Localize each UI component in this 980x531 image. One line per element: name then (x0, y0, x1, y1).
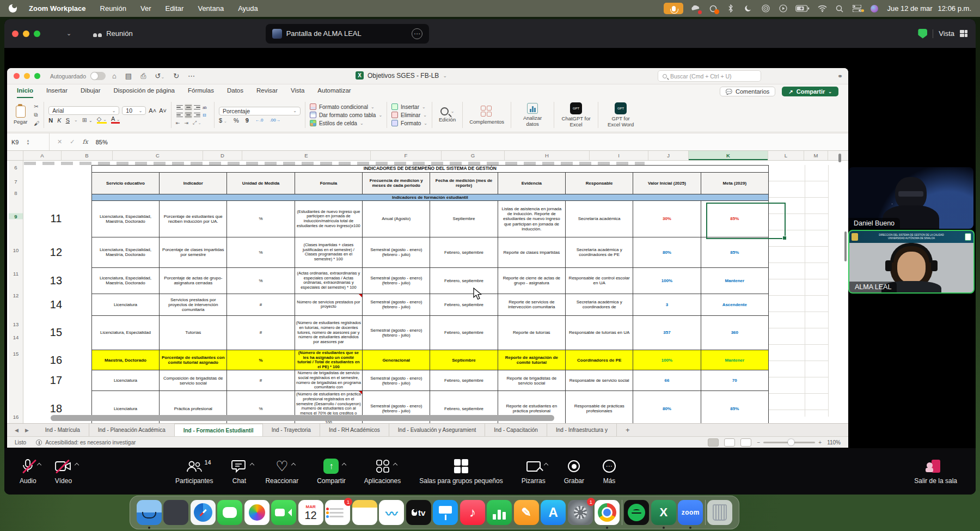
zoom-dock-icon[interactable]: zoom (678, 500, 703, 525)
chatgpt-addin-button[interactable]: GPT ChatGPT for Excel (559, 100, 593, 130)
react-button[interactable]: ♡ Reaccionar (265, 458, 298, 485)
cell-evidencia-12[interactable]: Reporte de clases impartidas (498, 237, 565, 267)
indicator-number-12[interactable]: 12 (24, 237, 91, 267)
menu-editar[interactable]: Editar (165, 4, 183, 13)
autosave-toggle[interactable] (90, 72, 106, 80)
bold-button[interactable]: N (48, 117, 53, 124)
facetime-dock-icon[interactable] (271, 500, 296, 525)
focus-moon-icon[interactable] (743, 4, 753, 14)
zoom-slider[interactable]: −+ (757, 440, 822, 445)
menu-ayuda[interactable]: Ayuda (238, 4, 258, 13)
conditional-format-button[interactable]: Formato condicional⌄ (310, 103, 382, 110)
cell-unidad-17[interactable]: # (227, 370, 295, 391)
sheet-tab-ind-formacion-estudiantil[interactable]: Ind - Formación Estudiantil (175, 424, 263, 436)
tab-meeting[interactable]: Reunión (85, 26, 140, 41)
fill-color-button[interactable]: ◇ ⌄ (97, 117, 107, 124)
cell-evidencia-15[interactable]: Reporte de tutorías (498, 315, 565, 350)
ribbon-tab-inicio[interactable]: Inicio (17, 87, 33, 98)
record-button[interactable]: Grabar (564, 458, 584, 485)
cell-responsable-12[interactable]: Secretaría académica y coordinadores de … (566, 237, 633, 267)
settings-dock-icon[interactable]: 1 (568, 500, 593, 525)
cell-evidencia-17[interactable]: Reporte de brigadistas de servicio socia… (498, 370, 565, 391)
cell-A-empty[interactable] (24, 194, 91, 200)
indicator-number-11[interactable]: 11 (24, 200, 91, 237)
increase-decimal-button[interactable]: ←.0 (255, 118, 264, 123)
pages-dock-icon[interactable]: ✎ (514, 500, 539, 525)
photos-dock-icon[interactable] (244, 500, 270, 525)
cell-unidad-12[interactable]: % (227, 237, 295, 267)
sheet-tab-ind-infraestructura-y[interactable]: Ind - Infraestructura y (547, 424, 617, 436)
font-name-select[interactable]: Arial⌄ (48, 106, 119, 115)
launchpad-dock-icon[interactable] (163, 500, 188, 525)
screen-mirroring-icon[interactable] (761, 4, 770, 14)
increase-indent-button[interactable]: ⇥ (184, 120, 188, 126)
tab-more-icon[interactable]: ⋯ (412, 28, 422, 39)
horizontal-scrollbar[interactable] (51, 415, 554, 421)
whiteboards-caret-icon[interactable] (543, 463, 548, 467)
cell-valor-13[interactable]: 100% (633, 267, 701, 294)
edit-menu-button[interactable]: ⌄ Edición (437, 100, 458, 130)
normal-view-button[interactable] (708, 438, 719, 447)
cell-responsable-16[interactable]: Coordinadores de PE (566, 350, 633, 370)
cell-formula-14[interactable]: Número de servicios prestados por proyec… (295, 294, 362, 315)
indicator-number-13[interactable]: 13 (24, 267, 91, 294)
apps-button[interactable]: Aplicaciones (364, 458, 401, 485)
column-header-H[interactable]: H (505, 151, 590, 160)
reminders-dock-icon[interactable]: 1 (325, 500, 350, 525)
notes-dock-icon[interactable] (352, 500, 377, 525)
ribbon-tab-datos[interactable]: Datos (227, 87, 243, 98)
safari-dock-icon[interactable] (191, 500, 216, 525)
row-header-7[interactable]: 7 (9, 179, 23, 185)
battery-icon[interactable] (795, 4, 810, 14)
sheet-tab-ind-planeacion-academica[interactable]: Ind - Planeación Académica (89, 424, 175, 436)
merge-center-button[interactable]: ⊟ (202, 112, 210, 118)
cell-responsable-11[interactable]: Secretaría académica (566, 200, 633, 237)
column-header-B[interactable]: B (62, 151, 113, 160)
cell-indicador-17[interactable]: Composición de brigadistas de servicio s… (160, 370, 227, 391)
column-header-G[interactable]: G (442, 151, 505, 160)
more-commands-icon[interactable]: ⋯ (186, 72, 197, 80)
excel-close-button[interactable] (14, 73, 20, 79)
react-caret-icon[interactable] (291, 463, 296, 467)
format-cells-button[interactable]: Formato⌄ (391, 120, 427, 126)
cell-formula-12[interactable]: (Clases impartidas + clases justificadas… (295, 237, 362, 267)
cell-fecha-17[interactable]: Febrero, septiembre (430, 370, 498, 391)
video-caret-icon[interactable] (75, 463, 79, 467)
share-session-icon[interactable]: ⚭ (837, 72, 843, 80)
cell-servicio-11[interactable]: Licenciatura, Especialidad, Maestría, Do… (91, 200, 159, 237)
column-header-D[interactable]: D (203, 151, 242, 160)
cell-fecha-13[interactable]: Febrero, septiembre (430, 267, 498, 294)
column-header-F[interactable]: F (371, 151, 442, 160)
indicator-number-14[interactable]: 14 (24, 294, 91, 315)
document-title[interactable]: X Objetivos SGES - FB-LB ⌄ (356, 71, 447, 80)
cell-styles-button[interactable]: Estilos de celda⌄ (310, 120, 382, 126)
whiteboards-button[interactable]: Pizarras (522, 458, 546, 485)
header-meta-2029[interactable]: Meta (2029) (701, 172, 768, 194)
apple-tv-dock-icon[interactable]: tv (406, 500, 431, 525)
wifi-icon[interactable] (817, 4, 827, 14)
excel-minimize-button[interactable] (24, 73, 30, 79)
paste-button[interactable]: Pegar (11, 100, 29, 130)
decrease-indent-button[interactable]: ⇤ (176, 120, 180, 126)
sheet-tab-ind-rh-academicos[interactable]: Ind - RH Académicos (320, 424, 389, 436)
recording-status-icon[interactable] (708, 4, 718, 14)
page-layout-view-button[interactable] (724, 438, 735, 447)
cell-formula-15[interactable]: (Número de estudiantes registrados en tu… (295, 315, 362, 350)
cell-valor-17[interactable]: 66 (633, 370, 701, 391)
align-middle-button[interactable] (185, 104, 192, 111)
view-button-label[interactable]: Vista (939, 29, 954, 38)
grow-font-button[interactable]: A˄ (149, 106, 156, 115)
calendar-dock-icon[interactable]: MAR12 (298, 500, 323, 525)
share-button[interactable]: ↗ Compartir ⌄ (782, 87, 838, 96)
cancel-entry-icon[interactable]: ✕ (57, 138, 62, 145)
menu-ventana[interactable]: Ventana (198, 4, 224, 13)
cell-meta-18[interactable]: 85% (701, 390, 768, 423)
cell-frecuencia-16[interactable]: Generacional (363, 350, 430, 370)
finder-dock-icon[interactable] (137, 500, 162, 525)
comments-button[interactable]: 💬 Comentarios (720, 87, 776, 96)
more-button[interactable]: ⋯ Más (603, 458, 616, 485)
cell-meta-17[interactable]: 70 (701, 370, 768, 391)
cell-responsable-18[interactable]: Responsable de prácticas profesionales (566, 390, 633, 423)
sheet-tab-ind-trayectoria[interactable]: Ind - Trayectoria (263, 424, 320, 436)
row-header-16[interactable]: 16 (9, 414, 23, 420)
